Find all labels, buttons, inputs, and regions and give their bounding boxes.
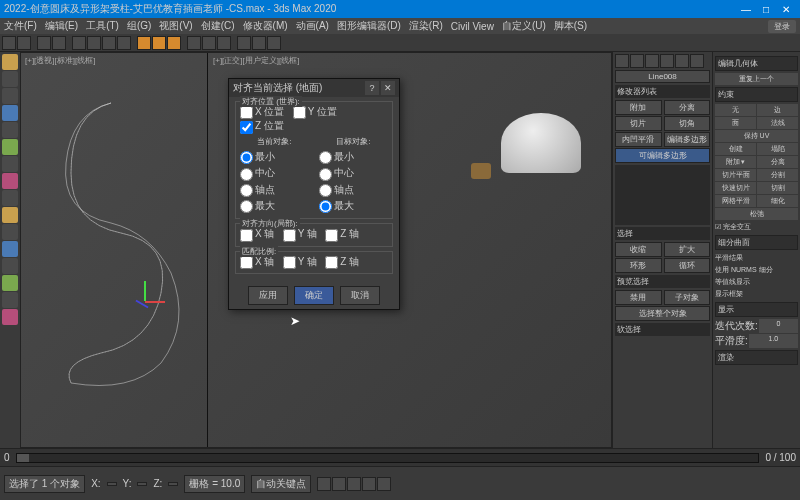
btn-relax2[interactable]: 松弛 — [715, 208, 798, 220]
menu-modifiers[interactable]: 修改器(M) — [243, 19, 288, 33]
repeat-last-btn[interactable]: 重复上一个 — [715, 73, 798, 85]
timeline-track[interactable] — [16, 453, 760, 463]
viewport-label-left[interactable]: [+][透视][标准][线框] — [25, 55, 95, 66]
close-button[interactable]: ✕ — [776, 4, 796, 15]
play-start-icon[interactable] — [317, 477, 331, 491]
tool-move-icon[interactable] — [87, 36, 101, 50]
editgeo-rollout[interactable]: 编辑几何体 — [715, 56, 798, 71]
btn-msmooth[interactable]: 网格平滑 — [715, 195, 756, 207]
apply-button[interactable]: 应用 — [248, 286, 288, 305]
menu-render[interactable]: 渲染(R) — [409, 19, 443, 33]
lt-camera-icon[interactable] — [2, 224, 18, 240]
chk-sx[interactable]: X 轴 — [240, 255, 274, 269]
btn-editpoly[interactable]: 编辑多边形 — [664, 132, 711, 147]
chk-x-pos[interactable]: X 位置 — [240, 105, 284, 119]
rad-cur-pivot[interactable]: 轴点 — [240, 182, 309, 198]
chk-sy[interactable]: Y 轴 — [283, 255, 317, 269]
play-end-icon[interactable] — [377, 477, 391, 491]
dialog-titlebar[interactable]: 对齐当前选择 (地面) ? ✕ — [229, 79, 399, 97]
btn-sliceplane[interactable]: 切片平面 — [715, 169, 756, 181]
btn-split[interactable]: 分割 — [757, 169, 798, 181]
con-edge[interactable]: 边 — [757, 104, 798, 116]
menu-script[interactable]: 脚本(S) — [554, 19, 587, 33]
lt-torus-icon[interactable] — [2, 156, 18, 172]
tool-undo-icon[interactable] — [2, 36, 16, 50]
preview-off[interactable]: 禁用 — [615, 290, 662, 305]
tool-material-icon[interactable] — [237, 36, 251, 50]
rad-cur-center[interactable]: 中心 — [240, 165, 309, 181]
select-rollout[interactable]: 选择 — [615, 227, 710, 240]
chk-y-pos[interactable]: Y 位置 — [293, 105, 337, 119]
tool-snap-icon[interactable] — [137, 36, 151, 50]
axis-gizmo[interactable] — [125, 281, 165, 321]
lt-plane-icon[interactable] — [2, 173, 18, 189]
modifier-stack-item[interactable]: 可编辑多边形 — [615, 148, 710, 163]
btn-cut[interactable]: 切割 — [757, 182, 798, 194]
viewport-label-right[interactable]: [+][正交][用户定义][线框] — [213, 55, 299, 66]
chk-oz[interactable]: Z 轴 — [325, 227, 359, 241]
tool-redo-icon[interactable] — [17, 36, 31, 50]
chk-isoline[interactable]: 等值线显示 — [715, 276, 798, 288]
menu-tools[interactable]: 工具(T) — [86, 19, 119, 33]
chk-oy[interactable]: Y 轴 — [283, 227, 317, 241]
modifier-stack-area[interactable] — [615, 165, 710, 225]
chk-full-interactivity[interactable]: ☑ 完全交互 — [715, 221, 798, 233]
x-field[interactable] — [107, 482, 117, 486]
chk-nurms[interactable]: 使用 NURMS 细分 — [715, 264, 798, 276]
menu-file[interactable]: 文件(F) — [4, 19, 37, 33]
lt-extra1-icon[interactable] — [2, 292, 18, 308]
lt-sphere-icon[interactable] — [2, 88, 18, 104]
con-none[interactable]: 无 — [715, 104, 756, 116]
lt-text-icon[interactable] — [2, 190, 18, 206]
btn-chamfer[interactable]: 切角 — [664, 116, 711, 131]
btn-tessellate[interactable]: 细化 — [757, 195, 798, 207]
tool-render-setup-icon[interactable] — [252, 36, 266, 50]
tab-hierarchy-icon[interactable] — [645, 54, 659, 68]
btn-detach2[interactable]: 分离 — [757, 156, 798, 168]
chk-z-pos[interactable]: Z 位置 — [240, 119, 284, 133]
subdiv-rollout[interactable]: 细分曲面 — [715, 235, 798, 250]
play-prev-icon[interactable] — [332, 477, 346, 491]
rad-tgt-pivot[interactable]: 轴点 — [319, 182, 388, 198]
menu-edit[interactable]: 编辑(E) — [45, 19, 78, 33]
tool-angle-snap-icon[interactable] — [152, 36, 166, 50]
play-next-icon[interactable] — [362, 477, 376, 491]
rad-tgt-center[interactable]: 中心 — [319, 165, 388, 181]
chk-smooth-result[interactable]: 平滑结果 — [715, 252, 798, 264]
menu-create[interactable]: 创建(C) — [201, 19, 235, 33]
signin-button[interactable]: 登录 — [768, 20, 796, 33]
tool-select-icon[interactable] — [72, 36, 86, 50]
btn-shrink[interactable]: 收缩 — [615, 242, 662, 257]
menu-graph[interactable]: 图形编辑器(D) — [337, 19, 401, 33]
modifier-list-dropdown[interactable]: 修改器列表 — [615, 85, 710, 98]
rad-tgt-min[interactable]: 最小 — [319, 149, 388, 165]
tool-layer-icon[interactable] — [217, 36, 231, 50]
tab-motion-icon[interactable] — [660, 54, 674, 68]
iter-spinner[interactable]: 0 — [759, 319, 798, 333]
preview-sub[interactable]: 子对象 — [664, 290, 711, 305]
lt-system-icon[interactable] — [2, 275, 18, 291]
btn-collapse[interactable]: 塌陷 — [757, 143, 798, 155]
smooth-spinner[interactable]: 1.0 — [749, 334, 798, 348]
tool-rotate-icon[interactable] — [102, 36, 116, 50]
con-face[interactable]: 面 — [715, 117, 756, 129]
btn-quickslice[interactable]: 快速切片 — [715, 182, 756, 194]
object-name-field[interactable]: Line008 — [615, 70, 710, 83]
menu-animation[interactable]: 动画(A) — [296, 19, 329, 33]
softsel-rollout[interactable]: 软选择 — [615, 323, 710, 336]
chk-ox[interactable]: X 轴 — [240, 227, 274, 241]
btn-create[interactable]: 创建 — [715, 143, 756, 155]
menu-civil[interactable]: Civil View — [451, 21, 494, 32]
maximize-button[interactable]: □ — [756, 4, 776, 15]
tool-percent-snap-icon[interactable] — [167, 36, 181, 50]
tab-display-icon[interactable] — [675, 54, 689, 68]
lt-extra2-icon[interactable] — [2, 309, 18, 325]
lt-light-icon[interactable] — [2, 207, 18, 223]
lt-helper-icon[interactable] — [2, 241, 18, 257]
select-whole-btn[interactable]: 选择整个对象 — [615, 306, 710, 321]
minimize-button[interactable]: — — [736, 4, 756, 15]
cancel-button[interactable]: 取消 — [340, 286, 380, 305]
btn-loop[interactable]: 循环 — [664, 258, 711, 273]
rad-tgt-max[interactable]: 最大 — [319, 198, 388, 214]
tab-utility-icon[interactable] — [690, 54, 704, 68]
